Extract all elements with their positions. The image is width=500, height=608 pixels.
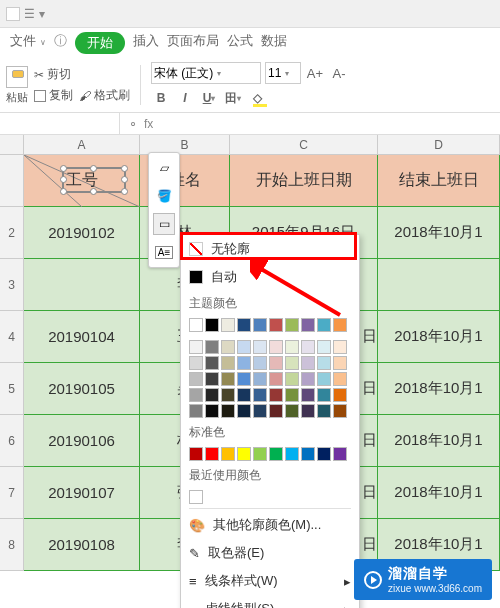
color-swatch[interactable] [221, 372, 235, 386]
color-swatch[interactable] [205, 340, 219, 354]
color-swatch[interactable] [301, 404, 315, 418]
color-swatch[interactable] [285, 388, 299, 402]
menu-dash-style[interactable]: ┅ 虚线线型(S) ▸ [181, 595, 359, 608]
color-swatch[interactable] [269, 372, 283, 386]
color-swatch[interactable] [189, 372, 203, 386]
color-swatch[interactable] [237, 356, 251, 370]
color-swatch[interactable] [237, 340, 251, 354]
tab-file-caret2[interactable]: ⓘ [54, 32, 67, 54]
color-swatch[interactable] [269, 318, 283, 332]
name-box[interactable] [0, 113, 120, 134]
rowhead[interactable]: 4 [0, 311, 24, 363]
color-swatch[interactable] [189, 356, 203, 370]
color-swatch[interactable] [333, 340, 347, 354]
color-swatch[interactable] [285, 447, 299, 461]
color-swatch[interactable] [333, 388, 347, 402]
color-swatch[interactable] [253, 388, 267, 402]
color-swatch[interactable] [317, 388, 331, 402]
border-button[interactable]: 田▾ [223, 88, 243, 108]
color-swatch[interactable] [285, 404, 299, 418]
colhead-C[interactable]: C [230, 135, 378, 154]
colhead-D[interactable]: D [378, 135, 500, 154]
color-swatch[interactable] [269, 404, 283, 418]
color-swatch[interactable] [253, 404, 267, 418]
color-swatch[interactable] [317, 404, 331, 418]
selectall-corner[interactable] [0, 135, 24, 154]
copy-button[interactable]: 复制 [34, 87, 73, 104]
color-swatch[interactable] [237, 388, 251, 402]
shape-text-button[interactable]: A≡ [153, 241, 175, 263]
cell[interactable]: 2018年10月1 [378, 311, 500, 363]
shape-selection[interactable] [62, 167, 126, 193]
formatpaint-button[interactable]: 🖌 格式刷 [79, 87, 130, 104]
color-swatch[interactable] [269, 356, 283, 370]
color-swatch[interactable] [221, 447, 235, 461]
color-swatch[interactable] [253, 356, 267, 370]
color-swatch[interactable] [333, 318, 347, 332]
color-swatch[interactable] [317, 447, 331, 461]
fill-color-button[interactable]: ◇ [247, 88, 267, 108]
color-swatch[interactable] [205, 404, 219, 418]
color-swatch[interactable] [333, 356, 347, 370]
font-size-select[interactable]: 11▾ [265, 62, 301, 84]
cell[interactable]: 20190104 [24, 311, 140, 363]
color-swatch[interactable] [301, 340, 315, 354]
color-swatch[interactable] [237, 372, 251, 386]
color-swatch[interactable] [253, 372, 267, 386]
color-swatch[interactable] [205, 372, 219, 386]
color-swatch[interactable] [189, 404, 203, 418]
color-swatch[interactable] [269, 447, 283, 461]
color-swatch[interactable] [269, 388, 283, 402]
color-swatch[interactable] [317, 340, 331, 354]
cancel-icon[interactable]: ⚬ [128, 117, 138, 131]
menu-line-style[interactable]: ≡ 线条样式(W) ▸ [181, 567, 359, 595]
tab-data[interactable]: 数据 [261, 32, 287, 54]
color-swatch[interactable] [189, 340, 203, 354]
color-swatch[interactable] [189, 490, 203, 504]
color-swatch[interactable] [221, 356, 235, 370]
color-swatch[interactable] [269, 340, 283, 354]
menu-more-colors[interactable]: 🎨 其他轮廓颜色(M)... [181, 511, 359, 539]
italic-button[interactable]: I [175, 88, 195, 108]
color-swatch[interactable] [205, 388, 219, 402]
cell[interactable]: 20190105 [24, 363, 140, 415]
font-name-select[interactable]: 宋体 (正文)▾ [151, 62, 261, 84]
cell-D1[interactable]: 结束上班日 [378, 155, 500, 207]
dec-font-button[interactable]: A- [329, 63, 349, 83]
rowhead-1[interactable] [0, 155, 24, 207]
color-swatch[interactable] [301, 388, 315, 402]
tab-formula[interactable]: 公式 [227, 32, 253, 54]
color-swatch[interactable] [237, 447, 251, 461]
color-swatch[interactable] [285, 340, 299, 354]
color-swatch[interactable] [253, 340, 267, 354]
color-swatch[interactable] [221, 388, 235, 402]
menu-eyedropper[interactable]: ✎ 取色器(E) [181, 539, 359, 567]
tab-file[interactable]: 文件 ∨ [10, 32, 46, 54]
color-swatch[interactable] [301, 318, 315, 332]
tab-insert[interactable]: 插入 [133, 32, 159, 54]
rowhead[interactable]: 2 [0, 207, 24, 259]
rowhead[interactable]: 8 [0, 519, 24, 571]
cell-C1[interactable]: 开始上班日期 [230, 155, 378, 207]
cell[interactable] [24, 259, 140, 311]
color-swatch[interactable] [221, 318, 235, 332]
bold-button[interactable]: B [151, 88, 171, 108]
rowhead[interactable]: 6 [0, 415, 24, 467]
color-swatch[interactable] [285, 318, 299, 332]
color-swatch[interactable] [333, 447, 347, 461]
cell[interactable]: 20190107 [24, 467, 140, 519]
color-swatch[interactable] [189, 318, 203, 332]
color-swatch[interactable] [333, 404, 347, 418]
color-swatch[interactable] [189, 388, 203, 402]
cell[interactable]: 20190106 [24, 415, 140, 467]
quick-access-2[interactable]: ▾ [39, 7, 45, 21]
color-swatch[interactable] [285, 356, 299, 370]
cell[interactable]: 2018年10月1 [378, 467, 500, 519]
colhead-A[interactable]: A [24, 135, 140, 154]
tab-start[interactable]: 开始 [75, 32, 125, 54]
color-swatch[interactable] [317, 318, 331, 332]
color-swatch[interactable] [301, 447, 315, 461]
color-swatch[interactable] [205, 447, 219, 461]
color-swatch[interactable] [189, 447, 203, 461]
rowhead[interactable]: 3 [0, 259, 24, 311]
